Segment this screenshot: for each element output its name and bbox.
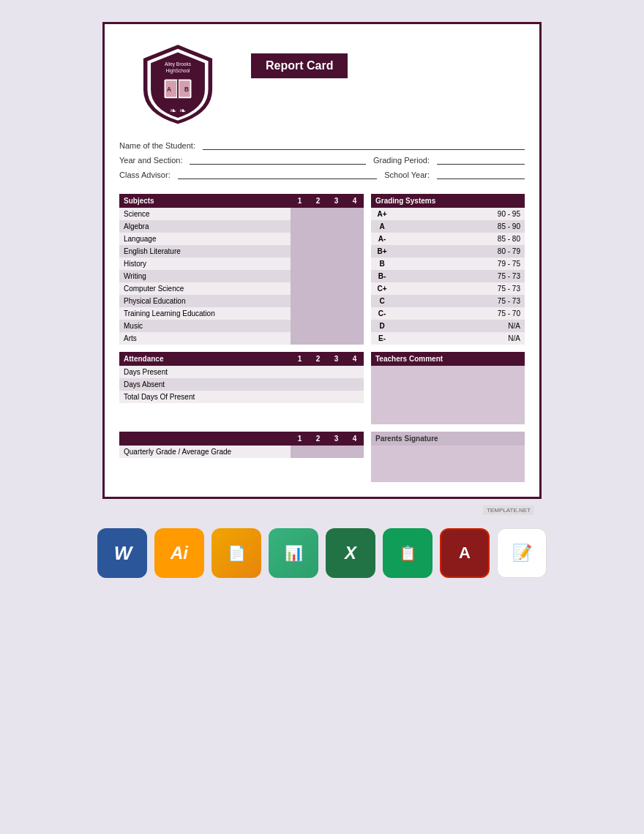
subject-row: Physical Education: [119, 295, 364, 307]
advisor-row: Class Advisor: School Year:: [119, 170, 525, 179]
year-row: Year and Section: Grading Period:: [119, 156, 525, 165]
subject-q4: [345, 307, 364, 320]
subject-q1: [291, 245, 309, 258]
attendance-header: Attendance: [119, 352, 291, 366]
docs-icon[interactable]: 📝: [497, 528, 547, 578]
attendance-q3: [327, 378, 345, 391]
attendance-q4: [345, 378, 364, 391]
year-line: [190, 156, 366, 165]
subject-name: Computer Science: [119, 282, 291, 295]
subject-q1: [291, 208, 309, 220]
grade-signature-row: 1 2 3 4 Quarterly Grade / Average Grade: [119, 432, 525, 482]
parents-signature-section: Parents Signature: [371, 432, 525, 482]
grading-row: A+90 - 95: [371, 208, 525, 220]
subject-name: Training Learning Education: [119, 307, 291, 320]
svg-text:B: B: [184, 86, 189, 93]
subject-row: Algebra: [119, 220, 364, 233]
acrobat-icon[interactable]: A: [440, 528, 490, 578]
subject-row: History: [119, 258, 364, 270]
subjects-header: Subjects: [119, 194, 291, 208]
quarter2-header: 2: [309, 194, 327, 208]
subject-q3: [327, 233, 345, 245]
attendance-label: Days Present: [119, 366, 291, 378]
subject-name: Science: [119, 208, 291, 220]
excel-icon[interactable]: X: [326, 528, 375, 578]
attendance-q1: [291, 378, 309, 391]
quarter4-header: 4: [345, 194, 364, 208]
student-info-section: Name of the Student: Year and Section: G…: [119, 141, 525, 179]
subject-row: Language: [119, 233, 364, 245]
numbers-icon[interactable]: 📊: [269, 528, 318, 578]
grade-letter: A-: [371, 233, 393, 245]
subject-q4: [345, 220, 364, 233]
grade-letter: C-: [371, 307, 393, 320]
subject-q4: [345, 332, 364, 345]
subject-q2: [309, 320, 327, 332]
attendance-row: Days Present: [119, 366, 364, 378]
attendance-row: Days Absent: [119, 378, 364, 391]
subject-name: Arts: [119, 332, 291, 345]
attendance-section: Attendance 1 2 3 4 Days PresentDays Abse…: [119, 352, 364, 424]
pages-icon[interactable]: 📄: [211, 528, 261, 578]
attendance-q3: [327, 391, 345, 403]
grading-table: Grading Systems A+90 - 95A85 - 90A-85 - …: [371, 194, 525, 345]
subject-q1: [291, 282, 309, 295]
subject-q1: [291, 307, 309, 320]
subject-q4: [345, 320, 364, 332]
attendance-table: Attendance 1 2 3 4 Days PresentDays Abse…: [119, 352, 364, 403]
subject-q3: [327, 282, 345, 295]
grade-table-section: 1 2 3 4 Quarterly Grade / Average Grade: [119, 432, 364, 482]
subject-q3: [327, 332, 345, 345]
subject-q3: [327, 220, 345, 233]
subject-q2: [309, 245, 327, 258]
attendance-q1: [291, 391, 309, 403]
grade-range: 75 - 73: [393, 295, 525, 307]
subject-q2: [309, 220, 327, 233]
name-row: Name of the Student:: [119, 141, 525, 150]
attendance-q1: [291, 366, 309, 378]
attendance-row: Total Days Of Present: [119, 391, 364, 403]
subject-q4: [345, 233, 364, 245]
att-q3-header: 3: [327, 352, 345, 366]
grade-empty-header: [119, 432, 291, 446]
report-card-title: Report Card: [251, 53, 348, 78]
name-line: [203, 141, 525, 150]
year-label: Year and Section:: [119, 156, 182, 165]
teachers-comment-section: Teachers Comment: [371, 352, 525, 424]
subject-name: Algebra: [119, 220, 291, 233]
school-year-line: [437, 170, 525, 179]
svg-text:A: A: [167, 86, 171, 93]
grade-range: 75 - 73: [393, 270, 525, 282]
qg-q1: [291, 446, 309, 458]
parents-signature-box: [371, 446, 525, 482]
subject-row: Science: [119, 208, 364, 220]
subject-q3: [327, 307, 345, 320]
watermark: TEMPLATE.NET: [483, 506, 534, 515]
attendance-label: Days Absent: [119, 378, 291, 391]
grade-letter: B+: [371, 245, 393, 258]
grade-letter: A: [371, 220, 393, 233]
svg-text:HighSchool: HighSchool: [165, 68, 190, 74]
document-header: Alley Brooks HighSchool A B ❧ ❧ Report C…: [119, 39, 525, 127]
subject-q1: [291, 233, 309, 245]
subject-q1: [291, 258, 309, 270]
illustrator-icon[interactable]: Ai: [154, 528, 204, 578]
svg-text:❧ ❧: ❧ ❧: [170, 106, 185, 115]
grade-range: 80 - 79: [393, 245, 525, 258]
subject-q4: [345, 295, 364, 307]
sheets-icon[interactable]: 📋: [383, 528, 433, 578]
grade-q3-header: 3: [327, 432, 345, 446]
grading-row: B+80 - 79: [371, 245, 525, 258]
grade-q4-header: 4: [345, 432, 364, 446]
grade-table: 1 2 3 4 Quarterly Grade / Average Grade: [119, 432, 364, 458]
subject-q1: [291, 220, 309, 233]
word-icon[interactable]: W: [97, 528, 147, 578]
subject-q3: [327, 245, 345, 258]
subject-q3: [327, 295, 345, 307]
att-q4-header: 4: [345, 352, 364, 366]
grade-range: 75 - 73: [393, 282, 525, 295]
grade-q1-header: 1: [291, 432, 309, 446]
grading-systems-section: Grading Systems A+90 - 95A85 - 90A-85 - …: [371, 194, 525, 345]
grade-range: N/A: [393, 332, 525, 345]
grade-q2-header: 2: [309, 432, 327, 446]
